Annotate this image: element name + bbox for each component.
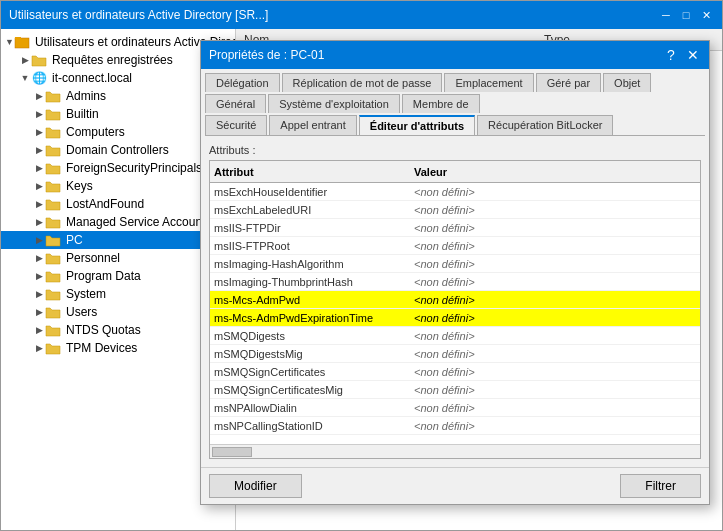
attr-name: ms-Mcs-AdmPwd: [214, 294, 414, 306]
attr-row-msImaging-ThumbprintHash[interactable]: msImaging-ThumbprintHash<non défini>: [210, 273, 700, 291]
attr-table-header: Attribut Valeur: [210, 161, 700, 183]
tab-os[interactable]: Système d'exploitation: [268, 94, 400, 113]
attr-row-msNPCallingStationID[interactable]: msNPCallingStationID<non défini>: [210, 417, 700, 435]
dialog-title-bar: Propriétés de : PC-01 ? ✕: [201, 41, 709, 69]
attr-value: <non défini>: [414, 384, 696, 396]
filter-button[interactable]: Filtrer: [620, 474, 701, 498]
attr-header-attribute: Attribut: [214, 166, 414, 178]
attr-value: <non défini>: [414, 366, 696, 378]
tree-toggle[interactable]: ▶: [33, 180, 45, 192]
tab-emplacement[interactable]: Emplacement: [444, 73, 533, 92]
tree-toggle[interactable]: ▶: [33, 234, 45, 246]
title-bar-buttons: ─ □ ✕: [658, 7, 714, 23]
folder-icon: [45, 214, 61, 230]
attr-row-msIIS-FTPRoot[interactable]: msIIS-FTPRoot<non défini>: [210, 237, 700, 255]
attr-row-msImaging-HashAlgorithm[interactable]: msImaging-HashAlgorithm<non défini>: [210, 255, 700, 273]
tab-appel-entrant[interactable]: Appel entrant: [269, 115, 356, 135]
attr-row-msExchHouseIdentifier[interactable]: msExchHouseIdentifier<non défini>: [210, 183, 700, 201]
properties-dialog: Propriétés de : PC-01 ? ✕ DélégationRépl…: [200, 40, 710, 505]
main-window-title: Utilisateurs et ordinateurs Active Direc…: [9, 8, 268, 22]
attributes-label: Attributs :: [209, 144, 701, 156]
close-button[interactable]: ✕: [698, 7, 714, 23]
attr-row-mSMQSignCertificatesMig[interactable]: mSMQSignCertificatesMig<non défini>: [210, 381, 700, 399]
tree-item-label: Requêtes enregistrées: [52, 53, 173, 67]
attr-row-mSMQSignCertificates[interactable]: mSMQSignCertificates<non défini>: [210, 363, 700, 381]
attr-name: ms-Mcs-AdmPwdExpirationTime: [214, 312, 414, 324]
tree-item-label: Builtin: [66, 107, 99, 121]
folder-icon: [45, 124, 61, 140]
tab-membre-de[interactable]: Membre de: [402, 94, 480, 113]
attr-name: msExchHouseIdentifier: [214, 186, 414, 198]
tree-toggle[interactable]: ▶: [33, 252, 45, 264]
tab-general[interactable]: Général: [205, 94, 266, 113]
tree-toggle[interactable]: ▶: [33, 270, 45, 282]
attributes-table: Attribut Valeur msExchHouseIdentifier<no…: [209, 160, 701, 459]
dialog-close-button[interactable]: ✕: [685, 47, 701, 63]
tree-toggle[interactable]: ▶: [33, 90, 45, 102]
attr-row-msExchLabeledURI[interactable]: msExchLabeledURI<non défini>: [210, 201, 700, 219]
tree-toggle[interactable]: ▼: [5, 36, 14, 48]
horizontal-scrollbar[interactable]: [210, 444, 700, 458]
attr-value: <non défini>: [414, 348, 696, 360]
attr-value: <non défini>: [414, 276, 696, 288]
attr-row-msIIS-FTPDir[interactable]: msIIS-FTPDir<non défini>: [210, 219, 700, 237]
tab-editeur-attrs[interactable]: Éditeur d'attributs: [359, 115, 475, 135]
tab-bitlocker[interactable]: Récupération BitLocker: [477, 115, 613, 135]
folder-icon: [45, 160, 61, 176]
tree-toggle[interactable]: ▶: [33, 306, 45, 318]
tabs-row1-container: DélégationRéplication de mot de passeEmp…: [201, 69, 709, 92]
tree-toggle[interactable]: ▶: [33, 108, 45, 120]
tab-gere-par[interactable]: Géré par: [536, 73, 601, 92]
attr-name: msImaging-ThumbprintHash: [214, 276, 414, 288]
dialog-title: Propriétés de : PC-01: [209, 48, 324, 62]
attr-name: msNPAllowDialin: [214, 402, 414, 414]
tree-toggle[interactable]: ▶: [33, 144, 45, 156]
tree-toggle[interactable]: ▶: [19, 54, 31, 66]
tree-item-label: Domain Controllers: [66, 143, 169, 157]
tree-item-label: ForeignSecurityPrincipals: [66, 161, 202, 175]
dialog-help-button[interactable]: ?: [663, 47, 679, 63]
attr-row-msNPAllowDialin[interactable]: msNPAllowDialin<non défini>: [210, 399, 700, 417]
attr-value: <non défini>: [414, 420, 696, 432]
tree-toggle[interactable]: ▼: [19, 72, 31, 84]
folder-icon: [45, 286, 61, 302]
tree-item-label: NTDS Quotas: [66, 323, 141, 337]
tree-toggle[interactable]: ▶: [33, 162, 45, 174]
attr-row-mSMQDigestsMig[interactable]: mSMQDigestsMig<non défini>: [210, 345, 700, 363]
folder-icon: [45, 250, 61, 266]
folder-icon: [45, 322, 61, 338]
tree-item-label: TPM Devices: [66, 341, 137, 355]
tree-toggle[interactable]: ▶: [33, 216, 45, 228]
tree-toggle[interactable]: ▶: [33, 198, 45, 210]
attr-row-mSMQDigests[interactable]: mSMQDigests<non défini>: [210, 327, 700, 345]
tab-securite[interactable]: Sécurité: [205, 115, 267, 135]
tab-delegation[interactable]: Délégation: [205, 73, 280, 92]
attr-name: mSMQSignCertificates: [214, 366, 414, 378]
folder-icon: [45, 232, 61, 248]
folder-icon: [45, 178, 61, 194]
tree-item-label: Program Data: [66, 269, 141, 283]
tree-item-label: it-connect.local: [52, 71, 132, 85]
folder-icon: [31, 52, 47, 68]
minimize-button[interactable]: ─: [658, 7, 674, 23]
attr-name: msIIS-FTPDir: [214, 222, 414, 234]
maximize-button[interactable]: □: [678, 7, 694, 23]
tabs-row3-container: SécuritéAppel entrantÉditeur d'attributs…: [201, 113, 709, 136]
folder-icon: [45, 268, 61, 284]
tree-item-label: Computers: [66, 125, 125, 139]
modify-button[interactable]: Modifier: [209, 474, 302, 498]
attr-value: <non défini>: [414, 258, 696, 270]
tree-toggle[interactable]: ▶: [33, 324, 45, 336]
attr-row-ms-Mcs-AdmPwdExpirationTime[interactable]: ms-Mcs-AdmPwdExpirationTime<non défini>: [210, 309, 700, 327]
attr-row-ms-Mcs-AdmPwd[interactable]: ms-Mcs-AdmPwd<non défini>: [210, 291, 700, 309]
attr-value: <non défini>: [414, 294, 696, 306]
tree-toggle[interactable]: ▶: [33, 288, 45, 300]
tree-item-label: LostAndFound: [66, 197, 144, 211]
tree-toggle[interactable]: ▶: [33, 342, 45, 354]
tab-objet[interactable]: Objet: [603, 73, 651, 92]
tree-item-label: System: [66, 287, 106, 301]
folder-icon: [45, 106, 61, 122]
tree-toggle[interactable]: ▶: [33, 126, 45, 138]
tab-replication[interactable]: Réplication de mot de passe: [282, 73, 443, 92]
attr-value: <non défini>: [414, 312, 696, 324]
